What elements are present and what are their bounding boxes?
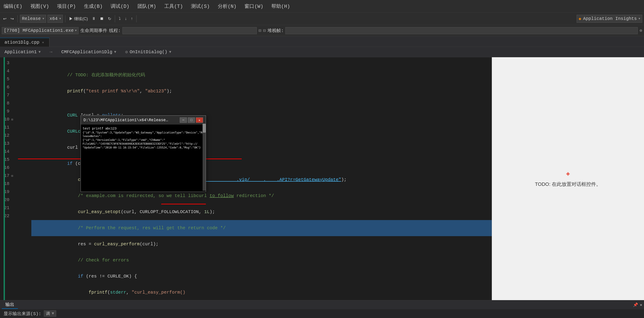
collapse-if2-button[interactable]: ⊟ xyxy=(11,172,16,180)
app-insights-label: Application Insights xyxy=(583,16,637,21)
run-button[interactable]: ▶ 继续(C) xyxy=(68,15,89,22)
debug-bar: [7708] MFCApplication1.exe ▼ 生命周期事件 线程: … xyxy=(0,25,644,36)
scope-arrow: ▼ xyxy=(38,50,41,54)
process-dropdown[interactable]: [7708] MFCApplication1.exe ▼ xyxy=(2,27,78,34)
menu-build[interactable]: 生成(B) xyxy=(82,2,104,10)
thread-label: 线程: xyxy=(109,27,121,33)
app-insights-icon: ◈ xyxy=(579,16,581,21)
process-label: [7708] MFCApplication1.exe xyxy=(4,28,74,33)
stack-dropdown[interactable] xyxy=(286,27,638,34)
platform-label: x64 xyxy=(50,16,58,21)
bottom-controls: 📌 ✕ xyxy=(633,302,642,307)
menu-analyze[interactable]: 分析(N) xyxy=(216,2,238,10)
step-out[interactable]: ↑ xyxy=(130,15,134,22)
stop-button[interactable]: ⏹ xyxy=(98,15,105,22)
pause-button[interactable]: ⏸ xyxy=(90,15,97,22)
popup-window: D:\123\MFCApplication1\x64\Release\MFCAp… xyxy=(80,115,206,192)
config-label: Release xyxy=(22,16,41,21)
code-editor[interactable]: 3 4 5 6 7 8 9 10 11 12 13 14 15 16 17 18… xyxy=(0,57,492,300)
bottom-panels: 输出 📌 ✕ 显示输出来源(S): 调 ▼ xyxy=(0,300,644,318)
source-value: 调 xyxy=(46,311,50,316)
code-line-17: if (res != CURLE_OK) { xyxy=(31,268,492,285)
code-nav-class[interactable]: CMFCApplication1Dlg ▼ xyxy=(57,48,121,55)
popup-controls: ─ □ ✕ xyxy=(180,117,203,123)
step-over[interactable]: ⤵ xyxy=(117,15,122,22)
menu-view[interactable]: 视图(V) xyxy=(29,2,51,10)
menu-help[interactable]: 帮助(H) xyxy=(270,2,292,10)
comment-redirect: /* example.com is redirected, so we tell… xyxy=(78,192,210,200)
popup-title: D:\123\MFCApplication1\x64\Release\MFCAp… xyxy=(84,118,168,122)
class-arrow: ▼ xyxy=(114,50,116,54)
app-insights-dropdown[interactable]: ◈ Application Insights ▼ xyxy=(576,15,642,23)
code-nav-class-label: CMFCApplication1Dlg xyxy=(61,49,112,54)
pin-icon[interactable]: 📌 xyxy=(633,302,638,307)
filter2-icon: ⊟ xyxy=(263,28,266,33)
file-tab[interactable]: ation1Dlg.cpp ✕ xyxy=(0,38,50,47)
app-insights-arrow: ▼ xyxy=(639,17,640,20)
menu-window[interactable]: 窗口(W) xyxy=(243,2,265,10)
toolbar: ↩ ↪ Release ▼ x64 ▼ ▶ 继续(C) ⏸ ⏹ ↻ ⤵ ↓ ↑ … xyxy=(0,12,644,25)
popup-scrollbar-thumb xyxy=(202,124,206,133)
menu-test[interactable]: 测试(S) xyxy=(189,2,212,10)
code-line-15: res = curl_easy_perform(curl); xyxy=(31,236,492,252)
tab-close-button[interactable]: ✕ xyxy=(41,40,45,45)
expand-icon: ⊕ xyxy=(640,28,642,33)
redo-button[interactable]: ↪ xyxy=(9,15,15,22)
lifecycle-label: 生命周期事件 xyxy=(80,27,107,33)
bottom-tab-bar: 输出 📌 ✕ xyxy=(0,300,644,309)
gutter-indicator xyxy=(4,57,5,300)
step-into[interactable]: ↓ xyxy=(123,15,128,22)
popup-scrollbar[interactable] xyxy=(202,124,206,191)
code-nav: Application1 ▼ → CMFCApplication1Dlg ▼ ⊙… xyxy=(0,47,644,57)
code-line-3 xyxy=(31,59,492,67)
output-tab[interactable]: 输出 xyxy=(2,301,18,309)
code-line-16: // Check for errors xyxy=(31,252,492,268)
menu-debug[interactable]: 调试(D) xyxy=(109,2,131,10)
popup-titlebar: D:\123\MFCApplication1\x64\Release\MFCAp… xyxy=(81,116,206,125)
popup-close[interactable]: ✕ xyxy=(196,117,203,123)
source-arrow: ▼ xyxy=(52,311,54,316)
code-line-5: printf("test printf %s\r\n", "abc123"); xyxy=(31,83,492,99)
config-arrow: ▼ xyxy=(42,17,44,20)
collapse-markers: ⊟ ⊟ xyxy=(11,59,16,180)
menu-edit[interactable]: 编辑(E) xyxy=(2,2,24,10)
process-arrow: ▼ xyxy=(75,29,76,32)
menu-project[interactable]: 项目(P) xyxy=(55,2,78,10)
config-dropdown[interactable]: Release ▼ xyxy=(20,15,46,23)
tab-bar: ation1Dlg.cpp ✕ xyxy=(0,36,644,47)
restart-button[interactable]: ↻ xyxy=(106,15,112,22)
source-label: 显示输出来源(S): xyxy=(4,311,41,317)
right-panel: ◈ TODO: 在此放置对话框控件。 xyxy=(492,57,644,300)
menu-bar: 编辑(E) 视图(V) 项目(P) 生成(B) 调试(D) 团队(M) 工具(T… xyxy=(0,0,644,12)
code-nav-method[interactable]: ⊙ OnInitDialog() ▼ xyxy=(121,48,176,56)
filter-icon: ⊟ xyxy=(258,28,261,33)
code-line-14: /* Perform the request, res will get the… xyxy=(31,220,492,236)
platform-arrow: ▼ xyxy=(59,17,61,20)
comment-todo: // TODO: 在此添加额外的初始化代码 xyxy=(67,71,145,79)
code-nav-scope-label: Application1 xyxy=(4,49,37,54)
tab-filename: ation1Dlg.cpp xyxy=(4,40,40,45)
menu-tools[interactable]: 工具(T) xyxy=(162,2,185,10)
popup-black-area xyxy=(82,150,204,190)
code-line-6 xyxy=(31,99,492,107)
code-line-4: // TODO: 在此添加额外的初始化代码 xyxy=(31,67,492,83)
close-bottom-button[interactable]: ✕ xyxy=(640,302,642,307)
code-line-18: fprintf(stderr, "curl_easy_perform() xyxy=(31,285,492,300)
thread-dropdown[interactable] xyxy=(122,27,257,34)
code-nav-scope[interactable]: Application1 ▼ xyxy=(0,48,45,55)
method-icon: ⊙ xyxy=(125,49,128,55)
source-dropdown[interactable]: 调 ▼ xyxy=(44,311,56,317)
bottom-row: 显示输出来源(S): 调 ▼ xyxy=(0,309,644,318)
popup-minimize[interactable]: ─ xyxy=(180,117,187,123)
menu-team[interactable]: 团队(M) xyxy=(136,2,158,10)
app-logo: ◈ xyxy=(566,170,570,177)
popup-content: test printf abc123 {"id":9,"System":3,"U… xyxy=(81,125,206,192)
collapse-if-button[interactable]: ⊟ xyxy=(11,115,16,123)
popup-maximize[interactable]: □ xyxy=(188,117,195,123)
code-nav-separator: → xyxy=(45,48,57,55)
right-panel-header: ◈ xyxy=(566,170,570,177)
platform-dropdown[interactable]: x64 ▼ xyxy=(48,15,63,23)
popup-json-text: test printf abc123 {"id":9,"System":3,"U… xyxy=(82,126,204,150)
follow-word: to follow xyxy=(210,192,234,200)
undo-button[interactable]: ↩ xyxy=(2,15,8,22)
